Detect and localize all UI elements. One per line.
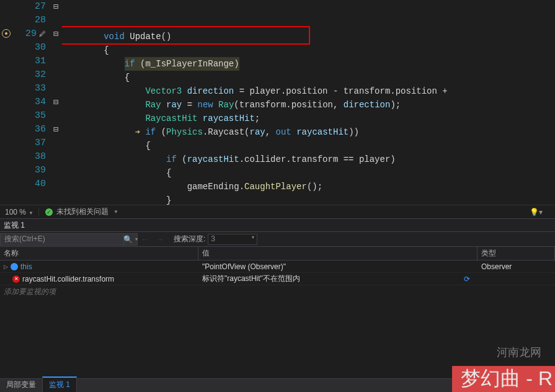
code-line[interactable]: Vector3 direction = player.position - tr… [62,84,555,98]
fold-toggle [50,109,62,123]
error-icon: ✕ [12,275,20,283]
refresh-icon[interactable]: ⟳ [464,275,474,283]
fold-toggle[interactable]: ⊟ [50,96,62,109]
zoom-level[interactable]: 100 %▼ [0,208,39,216]
line-number: 30 [12,41,46,55]
line-number: 31 [12,55,46,68]
line-number: 40 [12,177,46,191]
fold-toggle [50,177,62,191]
fold-toggle[interactable]: ⊟ [50,0,62,14]
line-number: 36 [12,123,46,136]
search-depth-input[interactable]: 3▾ [208,234,257,245]
fold-toggle[interactable]: ⊟ [50,123,62,136]
issues-text: 未找到相关问题 [56,207,109,217]
fold-toggle [50,150,62,164]
watch-name: this [20,262,32,271]
col-type[interactable]: 类型 [477,247,555,260]
search-input[interactable]: 搜索(Ctrl+E) [0,233,124,246]
chevron-down-icon: ▼ [26,210,33,216]
col-value[interactable]: 值 [198,247,477,260]
fold-toggle [50,68,62,82]
search-icon[interactable]: 🔍▾ [124,233,138,246]
tab-watch[interactable]: 监视 1 [42,376,77,392]
line-number: 37 [12,136,46,150]
fold-toggle [50,136,62,150]
execution-arrow-icon: ➔ [135,127,140,137]
code-line[interactable]: { [62,166,555,180]
code-line[interactable]: if (raycastHit.collider.transform == pla… [62,153,555,166]
line-number: 39 [12,164,46,177]
watch-row[interactable]: ▷ this"PointOfView (Observer)"Observer [0,261,555,273]
fold-toggle [50,55,62,68]
lightbulb-icon[interactable]: 💡▾ [517,208,555,216]
editor-statusbar: 100 %▼ ✓ 未找到相关问题 ▼ 💡▾ [0,205,555,218]
bottom-tabs: 局部变量 监视 1 [0,378,555,392]
line-number: 32 [12,68,46,82]
code-line[interactable]: { [62,71,555,84]
line-number: 33 [12,82,46,96]
chevron-down-icon: ▼ [111,209,118,215]
fold-toggle [50,41,62,55]
watch-value: "PointOfView (Observer)" [202,262,286,271]
watch-type: Observer [477,262,555,271]
fold-toggle [50,14,62,27]
code-line[interactable]: void Update() [62,30,555,43]
code-line[interactable]: Ray ray = new Ray(transform.position, di… [62,98,555,112]
fold-toggle [50,164,62,177]
line-number: 35 [12,109,46,123]
line-number: 29🖉 [12,27,46,41]
watch-panel-header: 监视 1 [0,218,555,232]
code-line[interactable]: { [62,43,555,57]
quickaction-icon[interactable]: 🖉 [39,30,46,38]
code-line[interactable]: { [62,139,555,153]
watch-table: 名称 值 类型 ▷ this"PointOfView (Observer)"Ob… [0,247,555,298]
ok-icon: ✓ [45,208,53,216]
expand-icon[interactable]: ▷ [4,264,8,270]
tab-locals[interactable]: 局部变量 [0,376,42,392]
col-name[interactable]: 名称 [0,247,198,260]
watch-row[interactable]: ✕ raycastHit.collider.transform标识符"rayca… [0,273,555,285]
watch-search-row: 搜索(Ctrl+E) 🔍▾ ← → 搜索深度: 3▾ [0,232,555,247]
code-line[interactable]: ➔ if (Physics.Raycast(ray, out raycastHi… [62,125,555,139]
line-number: 38 [12,150,46,164]
fold-toggle[interactable]: ⊟ [50,27,62,41]
nav-next-icon[interactable]: → [153,235,167,244]
breakpoint-icon[interactable] [2,29,11,38]
fold-toggle [50,82,62,96]
line-number: 34 [12,96,46,109]
line-number: 28 [12,14,46,27]
code-line[interactable]: if (m_IsPlayerInRange) [62,57,555,71]
watch-name: raycastHit.collider.transform [22,275,114,283]
search-depth-label: 搜索深度: [174,234,205,244]
code-line[interactable]: gameEnding.CaughtPlayer(); [62,180,555,194]
watch-value: 标识符"raycastHit"不在范围内 [202,274,300,284]
code-line[interactable]: } [62,194,555,205]
line-number: 27 [12,0,46,14]
object-icon [11,263,18,270]
code-line[interactable]: RaycastHit raycastHit; [62,112,555,125]
nav-prev-icon[interactable]: ← [138,235,153,244]
add-watch-placeholder[interactable]: 添加要监视的项 [0,285,555,298]
code-editor[interactable]: 272829🖉3031323334353637383940 ⊟⊟⊟⊟ void … [0,0,555,205]
